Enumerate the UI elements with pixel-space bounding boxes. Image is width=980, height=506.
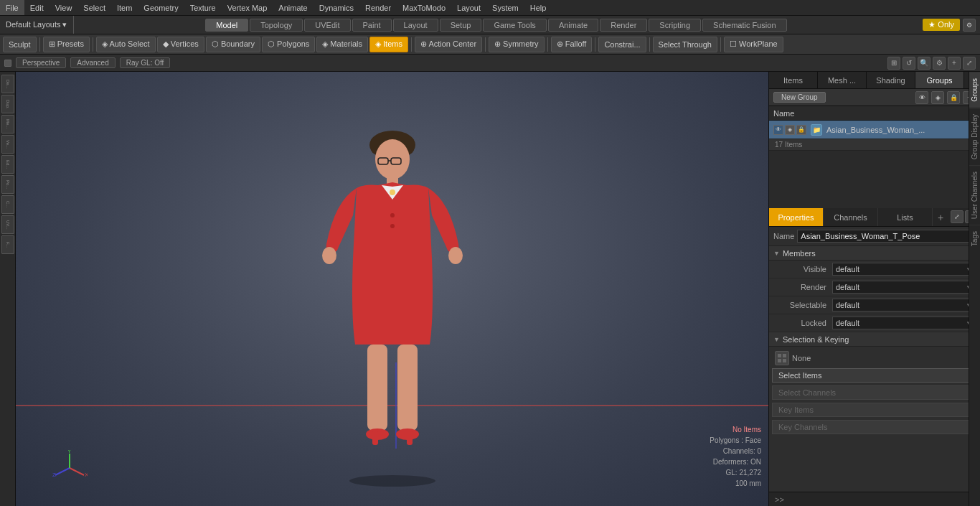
layout-tab-scripting[interactable]: Scripting: [649, 19, 701, 32]
left-btn-4[interactable]: Ve...: [1, 135, 14, 154]
vertices-btn[interactable]: ◆ Vertices: [157, 37, 204, 52]
svg-rect-18: [407, 431, 413, 445]
name-input[interactable]: [797, 230, 976, 243]
rp-tab-groups[interactable]: Groups: [915, 72, 964, 88]
menu-texture[interactable]: Texture: [184, 0, 222, 15]
menu-system[interactable]: System: [486, 0, 524, 15]
star-only-btn[interactable]: ★ Only: [923, 19, 960, 31]
render-select[interactable]: default ▾: [832, 281, 974, 294]
layout-tab-paint[interactable]: Paint: [352, 19, 392, 32]
select-channels-btn[interactable]: Select Channels: [772, 385, 977, 400]
scene-item-eye-icon[interactable]: 👁: [773, 125, 783, 135]
polygons-btn[interactable]: ⬡ Polygons: [262, 37, 315, 52]
action-center-btn[interactable]: ⊕ Action Center: [415, 37, 482, 52]
key-channels-btn[interactable]: Key Channels: [772, 420, 977, 434]
menu-edit[interactable]: Edit: [24, 0, 50, 15]
layout-tab-render[interactable]: Render: [600, 19, 647, 32]
left-btn-7[interactable]: C...: [1, 195, 14, 214]
selectable-select[interactable]: default ▾: [832, 299, 974, 311]
menu-file[interactable]: File: [0, 0, 24, 15]
selectable-row: Selectable default ▾: [769, 296, 980, 314]
constraints-btn[interactable]: Constrai...: [598, 37, 646, 52]
items-btn[interactable]: ◈ Items: [369, 37, 408, 52]
side-tab-groups[interactable]: Groups: [969, 72, 980, 108]
left-btn-8[interactable]: UV...: [1, 215, 14, 234]
viewport-icon-6[interactable]: ⤢: [963, 57, 976, 70]
menu-view[interactable]: View: [50, 0, 78, 15]
new-group-btn[interactable]: New Group: [773, 92, 826, 103]
locked-select[interactable]: default ▾: [832, 317, 974, 329]
menu-dynamics[interactable]: Dynamics: [314, 0, 359, 15]
left-btn-6[interactable]: Po...: [1, 175, 14, 194]
default-layouts-dropdown[interactable]: Default Layouts ▾: [0, 16, 74, 34]
layout-tab-topology[interactable]: Topology: [250, 19, 303, 32]
members-section-header[interactable]: ▼ Members: [769, 246, 980, 261]
select-through-btn[interactable]: Select Through: [653, 37, 717, 52]
left-btn-9[interactable]: F...: [1, 235, 14, 254]
props-tab-channels[interactable]: Channels: [824, 208, 878, 226]
menu-animate[interactable]: Animate: [273, 0, 313, 15]
key-items-btn[interactable]: Key Items: [772, 403, 977, 417]
left-btn-1[interactable]: De...: [1, 75, 14, 93]
rp-tab-shading[interactable]: Shading: [867, 72, 915, 88]
presets-btn[interactable]: ⊞ Presets: [43, 37, 90, 52]
menu-render[interactable]: Render: [359, 0, 397, 15]
rp-icon-render[interactable]: ◈: [931, 91, 944, 104]
viewport-toggle[interactable]: [4, 60, 11, 67]
symmetry-btn[interactable]: ⊕ Symmetry: [489, 37, 545, 52]
menu-help[interactable]: Help: [524, 0, 552, 15]
left-btn-2[interactable]: Dup.: [1, 95, 14, 113]
advanced-btn[interactable]: Advanced: [70, 57, 115, 68]
boundary-btn[interactable]: ⬡ Boundary: [206, 37, 260, 52]
right-panel: Items Mesh ... Shading Groups ⤢ New Grou…: [768, 72, 980, 506]
layout-tab-layout[interactable]: Layout: [393, 19, 438, 32]
props-expand-btn[interactable]: ⤢: [951, 210, 963, 223]
layout-tab-schematic[interactable]: Schematic Fusion: [702, 19, 786, 32]
ray-gl-btn[interactable]: Ray GL: Off: [120, 57, 171, 68]
scene-item-0[interactable]: 👁 ◈ 🔒 📁 Asian_Business_Woman_...: [769, 121, 980, 139]
side-tab-user-channels[interactable]: User Channels: [969, 165, 980, 225]
auto-select-btn[interactable]: ◈ Auto Select: [96, 37, 156, 52]
left-btn-3[interactable]: Me...: [1, 115, 14, 133]
rp-icon-lock[interactable]: 🔒: [947, 91, 960, 104]
menu-select[interactable]: Select: [77, 0, 111, 15]
layout-settings-btn[interactable]: ⚙: [963, 19, 976, 32]
layout-tab-setup[interactable]: Setup: [440, 19, 482, 32]
side-tab-tags[interactable]: Tags: [969, 225, 980, 252]
menu-geometry[interactable]: Geometry: [138, 0, 184, 15]
menu-vertex-map[interactable]: Vertex Map: [222, 0, 273, 15]
layout-tab-uvedit[interactable]: UVEdit: [304, 19, 350, 32]
props-tab-properties[interactable]: Properties: [769, 208, 824, 226]
toolbar-sep-1: [39, 37, 40, 52]
sculpt-btn[interactable]: Sculpt: [3, 37, 37, 52]
props-tab-lists[interactable]: Lists: [878, 208, 933, 226]
scene-item-render-icon[interactable]: ◈: [785, 125, 795, 135]
falloff-btn[interactable]: ⊕ Falloff: [551, 37, 593, 52]
menu-maxtomodo[interactable]: MaxToModo: [397, 0, 451, 15]
menu-layout[interactable]: Layout: [451, 0, 486, 15]
rp-icon-eye[interactable]: 👁: [915, 91, 928, 104]
props-tab-plus[interactable]: +: [933, 208, 948, 226]
scene-item-lock-icon[interactable]: 🔒: [796, 125, 806, 135]
viewport-icon-3[interactable]: 🔍: [918, 57, 930, 70]
rp-tab-items[interactable]: Items: [769, 72, 818, 88]
rp-tab-mesh[interactable]: Mesh ...: [818, 72, 867, 88]
viewport[interactable]: X Z Y No Items Polygons : Face Channels:…: [16, 72, 768, 506]
visible-select[interactable]: default ▾: [832, 263, 974, 276]
left-btn-5[interactable]: Ed...: [1, 155, 14, 174]
menu-item[interactable]: Item: [111, 0, 138, 15]
perspective-btn[interactable]: Perspective: [16, 57, 66, 68]
viewport-icon-1[interactable]: ⊞: [887, 57, 900, 70]
side-tab-group-display[interactable]: Group Display: [969, 108, 980, 165]
bottom-nav-expand[interactable]: >>: [772, 495, 787, 504]
selection-section-header[interactable]: ▼ Selection & Keying: [769, 332, 980, 347]
layout-tab-animate[interactable]: Animate: [548, 19, 598, 32]
layout-tab-gametools[interactable]: Game Tools: [483, 19, 547, 32]
layout-tab-model[interactable]: Model: [205, 19, 248, 32]
materials-btn[interactable]: ◈ Materials: [316, 37, 368, 52]
viewport-icon-2[interactable]: ↺: [903, 57, 915, 70]
workplane-btn[interactable]: ☐ WorkPlane: [724, 37, 783, 52]
viewport-icon-5[interactable]: +: [948, 57, 961, 70]
select-items-btn[interactable]: Select Items: [772, 368, 977, 383]
viewport-icon-4[interactable]: ⚙: [933, 57, 946, 70]
